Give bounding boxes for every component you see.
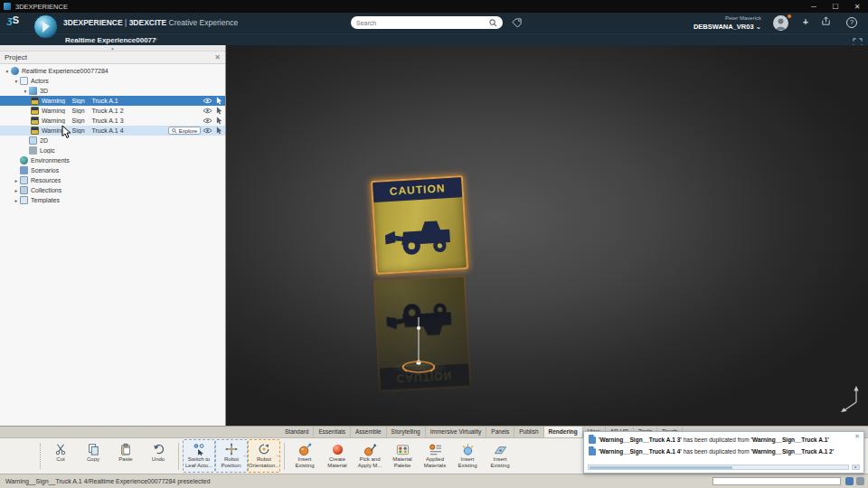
tree-item-templates[interactable]: ▸ Templates — [0, 195, 225, 205]
expander-icon[interactable]: ▸ — [13, 188, 20, 193]
window-title: 3DEXPERIENCE — [15, 3, 68, 11]
messages-tray-icon[interactable] — [845, 477, 854, 485]
tenant-chevron-down-icon[interactable]: ⌄ — [756, 23, 761, 31]
expander-icon[interactable]: ▾ — [22, 89, 29, 94]
selectable-toggle-icon[interactable] — [216, 107, 222, 115]
scrollbar-thumb[interactable] — [590, 466, 732, 469]
tree-item-environments[interactable]: Environments — [0, 155, 225, 165]
notification-panel[interactable]: ✕ 'Warning__Sign__Truck A.1 3' has been … — [583, 431, 864, 474]
tag-icon[interactable] — [509, 15, 524, 30]
paste-button[interactable]: Paste — [109, 439, 142, 473]
project-panel-close-icon[interactable]: ✕ — [214, 53, 221, 61]
brand-separator: | — [125, 18, 127, 27]
tree-item-warning-sign-truck-2[interactable]: Warning__Sign__Truck A.1 2 — [0, 106, 225, 116]
copy-icon — [87, 442, 99, 456]
tree-item-label: Scenarios — [31, 167, 59, 174]
selectable-toggle-icon[interactable] — [216, 97, 222, 105]
material-palette-button[interactable]: Material Palette — [386, 439, 419, 473]
sign-actor-icon — [31, 97, 39, 105]
robot-orientation-button[interactable]: Robot Orientation... ⌄ — [248, 439, 280, 473]
status-input-field[interactable] — [712, 477, 841, 485]
help-icon[interactable]: ? — [846, 17, 857, 28]
search-bar[interactable] — [351, 16, 503, 29]
robot-position-button[interactable]: Robot Position: Or... ⌄ — [215, 439, 248, 473]
app-brand: 3DEXPERIENCE | 3DEXCITE Creative Experie… — [63, 18, 238, 27]
tree-item-warning-sign-truck-4[interactable]: Warning__Sign__Truck A.1 4 Explore — [0, 126, 225, 136]
tab-rendering[interactable]: Rendering — [544, 427, 583, 437]
visibility-eye-icon[interactable] — [203, 127, 212, 134]
position-manipulator[interactable] — [387, 315, 450, 379]
copy-button[interactable]: Copy — [77, 439, 109, 473]
tree-item-warning-sign-truck-1[interactable]: Warning__Sign__Truck A.1 — [0, 96, 225, 106]
tab-panels[interactable]: Panels — [486, 427, 514, 437]
create-material-button[interactable]: Create Material — [321, 439, 354, 473]
selectable-toggle-icon[interactable] — [216, 117, 222, 125]
search-icon[interactable] — [489, 19, 497, 27]
tree-item-logic[interactable]: Logic — [0, 145, 225, 155]
tree-item-root-experience[interactable]: ▾ Realtime Experience00077284 — [0, 66, 225, 76]
experience-tab[interactable]: Realtime Experience00077 — [65, 36, 156, 44]
visibility-eye-icon[interactable] — [203, 117, 212, 124]
expander-icon[interactable]: ▸ — [13, 178, 20, 183]
application-window: 3DEXPERIENCE ─ ☐ ✕ ʒS 3DEXPERIENCE | 3DE… — [0, 0, 868, 488]
view-axis-icon[interactable] — [837, 384, 863, 413]
undo-button[interactable]: Undo — [142, 439, 175, 473]
tree-item-resources[interactable]: ▸ Resources — [0, 175, 225, 185]
tree-item-warning-sign-truck-3[interactable]: Warning__Sign__Truck A.1 3 — [0, 116, 225, 126]
add-content-button[interactable]: + — [799, 16, 812, 27]
tree-item-label: Warning__Sign__Truck A.1 3 — [42, 117, 124, 124]
minimize-button[interactable]: ─ — [803, 3, 825, 11]
assistant-tray-icon[interactable] — [856, 477, 864, 485]
expander-icon[interactable]: ▾ — [4, 69, 11, 74]
dropdown-chevron-icon[interactable]: ⌄ — [276, 452, 279, 457]
brand-app-tag: Creative Experience — [169, 18, 239, 27]
tab-publish[interactable]: Publish — [514, 427, 543, 437]
explore-button[interactable]: Explore — [168, 127, 201, 135]
tree-item-2d[interactable]: 2D — [0, 136, 225, 145]
cut-button[interactable]: Cut — [44, 439, 77, 473]
insert-existing-ambience-button[interactable]: Insert Existing Amb... — [451, 439, 484, 473]
tree-item-label: Actors — [31, 78, 49, 84]
expander-icon[interactable]: ▾ — [13, 79, 20, 84]
brand-3dexcite: 3DEXCITE — [129, 18, 167, 27]
notification-close-icon[interactable]: ✕ — [854, 433, 860, 440]
tree-item-3d[interactable]: ▾ 3D — [0, 86, 225, 96]
tab-assemble[interactable]: Assemble — [351, 427, 387, 437]
caution-sign[interactable]: CAUTION — [371, 175, 468, 275]
toolbar-drag-handle[interactable] — [40, 444, 42, 469]
add-tab-button[interactable]: + — [154, 35, 158, 44]
expander-icon[interactable]: ▸ — [13, 198, 20, 203]
close-button[interactable]: ✕ — [846, 3, 868, 11]
scrollbar-arrow-icon[interactable]: ▸ — [852, 465, 860, 470]
user-info[interactable]: Peter Maverick DEBSWANA_VR03 ⌄ — [693, 14, 761, 31]
switch-to-leaf-actor-button[interactable]: Switch to Leaf Acto... — [183, 439, 215, 473]
share-icon[interactable] — [819, 16, 832, 28]
tree-item-scenarios[interactable]: Scenarios — [0, 165, 225, 175]
tab-storytelling[interactable]: Storytelling — [387, 427, 426, 437]
tab-immersive-virtuality[interactable]: Immersive Virtuality — [426, 427, 487, 437]
insert-existing-planet-button[interactable]: Insert Existing Plan... — [484, 439, 516, 473]
visibility-eye-icon[interactable] — [203, 98, 212, 104]
notification-scrollbar[interactable] — [588, 465, 849, 470]
compass-icon[interactable] — [33, 14, 58, 39]
sign-actor-icon — [31, 117, 39, 125]
maximize-button[interactable]: ☐ — [825, 3, 846, 11]
visibility-eye-icon[interactable] — [203, 108, 212, 114]
tab-essentials[interactable]: Essentials — [314, 427, 351, 437]
3d-viewport[interactable]: CAUTION CAUTION — [226, 45, 868, 426]
applied-materials-button[interactable]: Applied Materials — [419, 439, 451, 473]
insert-existing-material-button[interactable]: Insert Existing Mat... — [288, 439, 321, 473]
selectable-toggle-icon[interactable] — [216, 127, 222, 135]
dassault-logo: ʒS — [7, 14, 29, 31]
pick-and-apply-material-button[interactable]: Pick and Apply M... — [354, 439, 386, 473]
search-input[interactable] — [351, 20, 489, 26]
panel-collapse-handle[interactable]: ▴ — [0, 45, 225, 52]
app-icon — [4, 3, 11, 10]
tree-item-collections[interactable]: ▸ Collections — [0, 185, 225, 195]
tree-item-label: Warning__Sign__Truck A.1 4 — [42, 127, 124, 134]
group-3d-icon — [29, 87, 37, 95]
dropdown-chevron-icon[interactable]: ⌄ — [243, 452, 247, 457]
tab-standard[interactable]: Standard — [280, 427, 314, 437]
tree-item-actors[interactable]: ▾ Actors — [0, 76, 225, 86]
window-titlebar: 3DEXPERIENCE ─ ☐ ✕ — [0, 0, 868, 13]
